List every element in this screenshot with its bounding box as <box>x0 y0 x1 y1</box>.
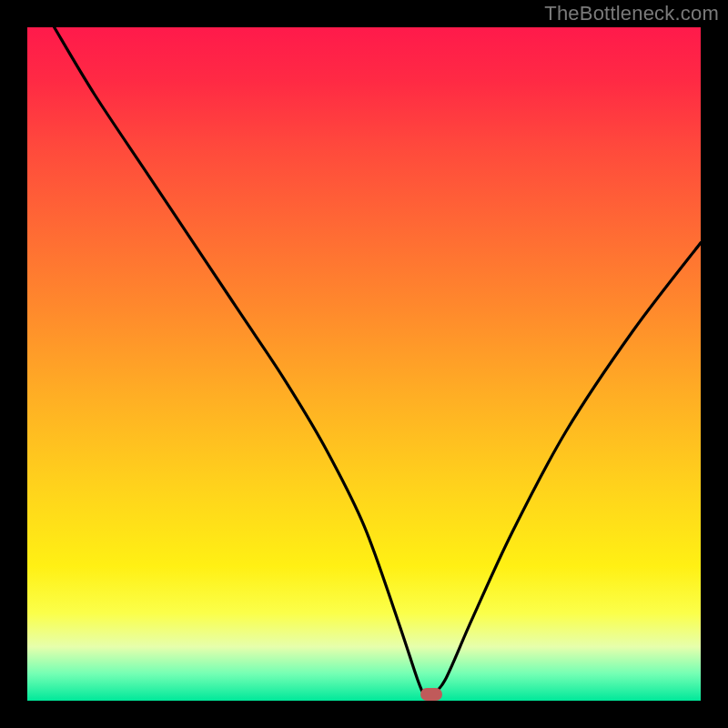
curve-path <box>55 27 701 695</box>
watermark-text: TheBottleneck.com <box>544 2 719 25</box>
plot-area <box>27 27 701 701</box>
bottleneck-curve <box>27 27 701 701</box>
chart-frame: TheBottleneck.com <box>0 0 728 728</box>
optimal-point-marker <box>420 688 442 701</box>
